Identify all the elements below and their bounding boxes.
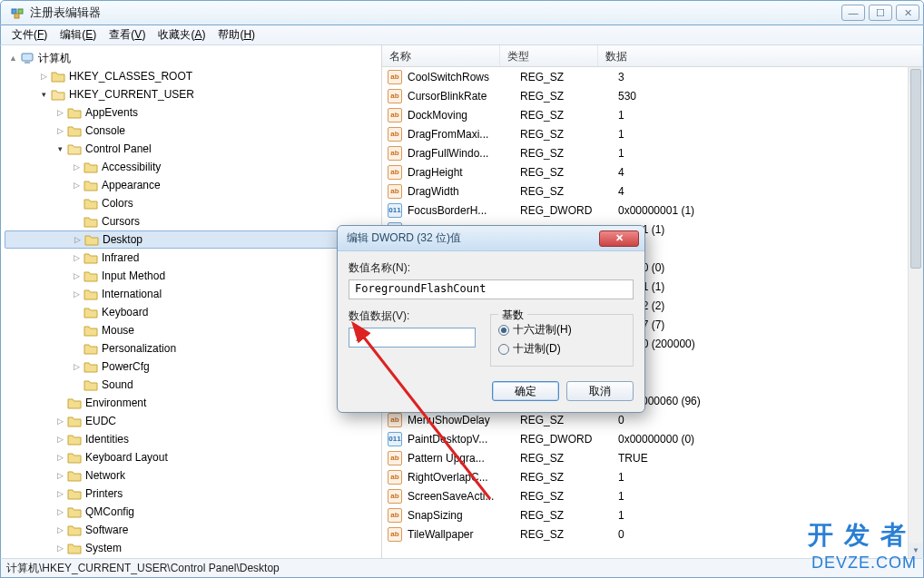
- value-data-input[interactable]: [349, 328, 476, 348]
- list-row[interactable]: abDragFullWindo...REG_SZ1: [382, 143, 923, 162]
- list-row[interactable]: abCursorBlinkRateREG_SZ530: [382, 86, 923, 105]
- list-row[interactable]: abDragFromMaxi...REG_SZ1: [382, 124, 923, 143]
- value-data: 0x00000060 (96): [618, 395, 923, 407]
- expander-icon[interactable]: ▷: [72, 253, 82, 263]
- tree-item-control-panel[interactable]: ▾Control Panel: [5, 140, 381, 158]
- menu-h[interactable]: 帮助(H): [212, 25, 260, 44]
- menu-e[interactable]: 编辑(E): [54, 25, 102, 44]
- tree-item-powercfg[interactable]: ▷PowerCfg: [5, 358, 381, 376]
- tree-item-label: Colors: [102, 197, 133, 210]
- expander-icon[interactable]: ▷: [55, 126, 65, 136]
- tree-item-appevents[interactable]: ▷AppEvents: [5, 103, 381, 122]
- tree-item-personalization[interactable]: Personalization: [5, 339, 381, 358]
- column-type[interactable]: 类型: [500, 45, 598, 66]
- expander-icon[interactable]: ▷: [55, 416, 65, 426]
- expander-icon[interactable]: ▷: [55, 507, 65, 517]
- tree-item-appearance[interactable]: ▷Appearance: [5, 176, 381, 194]
- value-data: 00002 (2): [618, 299, 923, 312]
- expander-icon[interactable]: ▾: [39, 90, 49, 100]
- tree-item-hkey-current-user[interactable]: ▾HKEY_CURRENT_USER: [5, 85, 381, 103]
- expander-icon[interactable]: ▷: [72, 362, 82, 372]
- expander-icon[interactable]: ▷: [72, 162, 82, 172]
- list-row[interactable]: abCoolSwitchRowsREG_SZ3: [382, 67, 923, 86]
- expander-icon[interactable]: ▷: [55, 108, 65, 118]
- expander-icon[interactable]: ▷: [72, 271, 82, 281]
- menu-v[interactable]: 查看(V): [103, 25, 151, 44]
- expander-icon[interactable]: ▷: [55, 489, 65, 499]
- value-data: 00001 (1): [618, 223, 923, 236]
- radix-dec-radio[interactable]: 十进制(D): [498, 341, 625, 357]
- tree-item-system[interactable]: ▷System: [5, 539, 381, 557]
- expander-icon[interactable]: [55, 398, 65, 408]
- expander-icon[interactable]: [72, 344, 82, 354]
- tree-item-keyboard-layout[interactable]: ▷Keyboard Layout: [5, 448, 381, 466]
- expander-icon[interactable]: ▷: [73, 235, 83, 245]
- expander-icon[interactable]: ▷: [55, 471, 65, 481]
- expander-icon[interactable]: ▷: [55, 453, 65, 463]
- minimize-button[interactable]: —: [841, 5, 865, 21]
- list-row[interactable]: 011PaintDesktopV...REG_DWORD0x00000000 (…: [382, 429, 923, 448]
- expander-icon[interactable]: ▷: [39, 72, 49, 82]
- tree-item-infrared[interactable]: ▷Infrared: [5, 249, 381, 267]
- list-row[interactable]: abScreenSaveActi...REG_SZ1: [382, 486, 923, 505]
- tree-item-accessibility[interactable]: ▷Accessibility: [5, 158, 381, 176]
- tree-item-software[interactable]: ▷Software: [5, 521, 381, 539]
- expander-icon[interactable]: ▷: [55, 525, 65, 535]
- vertical-scrollbar[interactable]: ▲ ▼: [908, 67, 923, 558]
- tree-item-environment[interactable]: Environment: [5, 394, 381, 412]
- expander-icon[interactable]: ▷: [55, 435, 65, 445]
- dialog-titlebar[interactable]: 编辑 DWORD (32 位)值 ✕: [338, 226, 644, 251]
- close-button[interactable]: ✕: [896, 5, 919, 21]
- dialog-close-button[interactable]: ✕: [599, 230, 639, 247]
- tree-item-identities[interactable]: ▷Identities: [5, 430, 381, 448]
- list-row[interactable]: abPattern Upgra...REG_SZTRUE: [382, 448, 923, 467]
- list-row[interactable]: 011FocusBorderH...REG_DWORD0x00000001 (1…: [382, 201, 923, 220]
- tree-item-qmconfig[interactable]: ▷QMConfig: [5, 503, 381, 521]
- tree-item-input-method[interactable]: ▷Input Method: [5, 267, 381, 285]
- tree-item-sound[interactable]: Sound: [5, 376, 381, 394]
- expander-icon[interactable]: [72, 217, 82, 227]
- ok-button[interactable]: 确定: [492, 381, 559, 401]
- tree-item-mouse[interactable]: Mouse: [5, 321, 381, 339]
- expander-icon[interactable]: ▾: [55, 144, 65, 154]
- maximize-button[interactable]: ☐: [869, 5, 892, 21]
- scroll-thumb[interactable]: [910, 69, 921, 269]
- value-name: Pattern Upgra...: [408, 452, 520, 465]
- expander-icon[interactable]: [72, 199, 82, 209]
- expander-icon[interactable]: ▷: [72, 289, 82, 299]
- expander-icon[interactable]: ▷: [72, 181, 82, 191]
- list-row[interactable]: abRightOverlapC...REG_SZ1: [382, 467, 923, 486]
- tree-item-desktop[interactable]: ▷Desktop: [5, 230, 381, 249]
- list-row[interactable]: abDockMovingREG_SZ1: [382, 105, 923, 124]
- expander-icon[interactable]: [72, 326, 82, 336]
- tree-item-keyboard[interactable]: Keyboard: [5, 303, 381, 321]
- list-row[interactable]: abDragWidthREG_SZ4: [382, 181, 923, 201]
- value-type: REG_SZ: [520, 528, 618, 541]
- cancel-button[interactable]: 取消: [566, 381, 634, 401]
- column-data[interactable]: 数据: [598, 45, 923, 66]
- tree-item-printers[interactable]: ▷Printers: [5, 485, 381, 503]
- radio-icon: [498, 344, 509, 355]
- menu-a[interactable]: 收藏夹(A): [152, 25, 211, 44]
- expander-icon[interactable]: ▷: [55, 544, 65, 554]
- radix-hex-radio[interactable]: 十六进制(H): [498, 322, 625, 338]
- tree-item-console[interactable]: ▷Console: [5, 122, 381, 140]
- tree-item-network[interactable]: ▷Network: [5, 466, 381, 485]
- list-row[interactable]: abMenuShowDelayREG_SZ0: [382, 410, 923, 429]
- registry-tree[interactable]: ▲计算机▷HKEY_CLASSES_ROOT▾HKEY_CURRENT_USER…: [1, 45, 382, 558]
- menu-f[interactable]: 文件(F): [6, 25, 53, 44]
- list-header[interactable]: 名称 类型 数据: [382, 45, 923, 67]
- tree-item-international[interactable]: ▷International: [5, 285, 381, 303]
- column-name[interactable]: 名称: [382, 45, 500, 66]
- tree-item-cursors[interactable]: Cursors: [5, 212, 381, 230]
- tree-item-colors[interactable]: Colors: [5, 194, 381, 212]
- tree-item-label: QMConfig: [85, 505, 134, 518]
- value-name: DragFromMaxi...: [408, 128, 520, 141]
- tree-item-eudc[interactable]: ▷EUDC: [5, 412, 381, 430]
- tree-item-hkey-classes-root[interactable]: ▷HKEY_CLASSES_ROOT: [5, 67, 381, 85]
- expander-icon[interactable]: [72, 380, 82, 390]
- list-row[interactable]: abDragHeightREG_SZ4: [382, 162, 923, 181]
- expander-icon[interactable]: [72, 308, 82, 318]
- tree-root[interactable]: ▲计算机: [5, 49, 381, 67]
- value-data: 3: [618, 71, 923, 83]
